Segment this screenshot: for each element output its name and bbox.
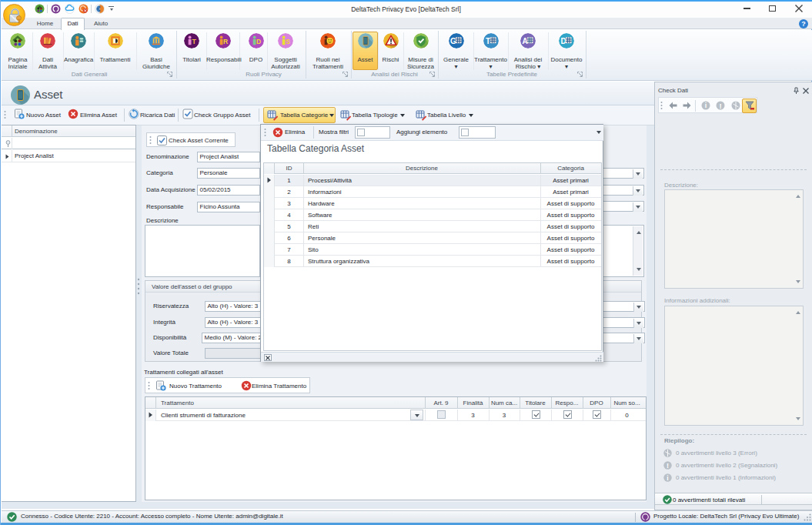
svg-text:i: i [667,474,668,482]
svg-text:D: D [560,37,566,45]
svg-text:R: R [222,38,228,45]
svg-text:A: A [522,37,527,45]
svg-text:T: T [485,37,490,45]
svg-text:D: D [256,38,260,45]
svg-text:T: T [192,38,196,45]
svg-text:!: ! [719,102,721,110]
svg-text:!: ! [667,462,669,470]
svg-text:i: i [705,102,707,109]
svg-text:S: S [286,38,290,45]
